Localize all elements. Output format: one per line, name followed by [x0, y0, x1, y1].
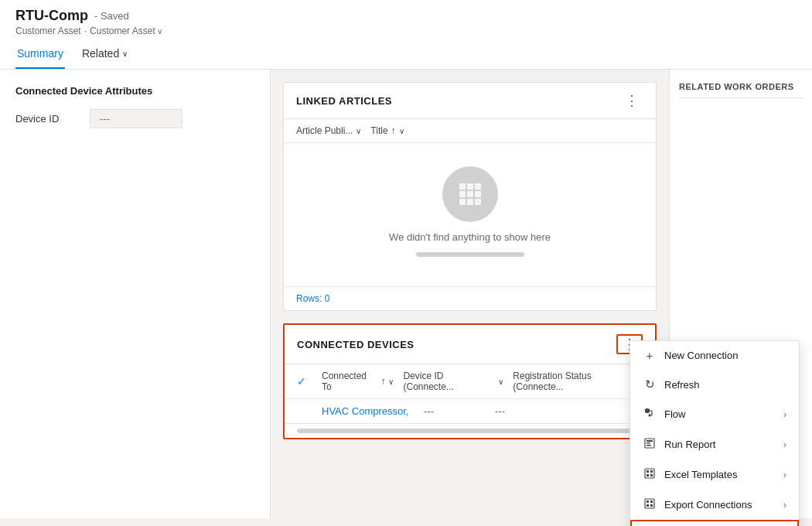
nav-tabs: Summary Related ∨ [15, 41, 797, 69]
run-report-icon [643, 437, 657, 452]
svg-rect-7 [467, 199, 473, 205]
device-dashes-2: --- [495, 405, 557, 417]
grid-svg [455, 179, 486, 210]
article-publi-col[interactable]: Article Publi... ∨ [296, 125, 361, 136]
connected-to-label: Connected To [322, 371, 377, 392]
svg-rect-11 [647, 440, 653, 442]
article-publi-label: Article Publi... [296, 125, 353, 136]
new-connection-label: New Connection [664, 350, 786, 361]
device-id-col-chevron: ∨ [498, 377, 503, 386]
svg-rect-14 [645, 469, 654, 478]
new-connection-menu-item[interactable]: + New Connection [630, 341, 799, 370]
svg-rect-12 [647, 442, 650, 444]
export-connections-icon [643, 497, 657, 512]
context-dropdown-menu: + New Connection ↻ Refresh Flow › Run Re… [629, 340, 800, 526]
check-icon: ✓ [297, 375, 306, 388]
title-col[interactable]: Title ↑ ∨ [370, 125, 404, 136]
registration-status-col[interactable]: Registration Status (Connecte... [513, 371, 643, 392]
scroll-bar [416, 252, 524, 257]
connected-devices-columns: ✓ Connected To ↑ ∨ Device ID (Connecte..… [285, 364, 655, 399]
svg-rect-13 [647, 445, 651, 446]
horizontal-scrollbar[interactable] [297, 429, 643, 433]
svg-rect-0 [459, 183, 466, 190]
tab-summary-label: Summary [17, 47, 63, 60]
excel-templates-icon [643, 467, 657, 482]
flow-icon [643, 407, 657, 422]
export-connections-menu-item[interactable]: Export Connections › [630, 490, 799, 520]
excel-templates-chevron-icon: › [783, 470, 786, 480]
refresh-menu-item[interactable]: ↻ Refresh [630, 370, 799, 399]
related-work-orders-title: RELATED WORK ORDERS [679, 82, 803, 91]
breadcrumb: Customer Asset · Customer Asset ∨ [15, 26, 797, 36]
article-publi-chevron: ∨ [356, 127, 361, 135]
center-panel: Linked Articles ⋮ Article Publi... ∨ Tit… [271, 70, 669, 518]
flow-menu-item[interactable]: Flow › [630, 399, 799, 429]
empty-grid-icon [442, 166, 498, 222]
breadcrumb-chevron-icon: ∨ [157, 27, 162, 36]
svg-point-9 [649, 415, 651, 417]
run-report-chevron-icon: › [783, 439, 786, 450]
device-id-col-label: Device ID (Connecte... [403, 371, 495, 392]
tab-related-label: Related [82, 47, 119, 60]
svg-rect-21 [650, 500, 653, 503]
title-label: Title [370, 125, 387, 136]
svg-rect-3 [459, 191, 466, 197]
device-data-row: HVAC Compressor, --- --- [285, 399, 655, 424]
run-report-label: Run Report [664, 439, 776, 450]
connected-to-col[interactable]: Connected To ↑ ∨ [322, 371, 394, 392]
excel-templates-label: Excel Templates [664, 469, 776, 480]
svg-rect-2 [475, 183, 481, 190]
flow-label: Flow [664, 408, 776, 420]
refresh-label: Refresh [664, 379, 786, 391]
breadcrumb-customer-asset-1[interactable]: Customer Asset [15, 26, 81, 36]
export-connections-chevron-icon: › [783, 500, 786, 511]
svg-rect-19 [645, 499, 654, 508]
see-associated-records-menu-item[interactable]: See associated records [630, 520, 799, 526]
saved-badge: - Saved [94, 10, 129, 22]
rows-count: Rows: 0 [284, 286, 656, 310]
flow-chevron-icon: › [783, 409, 786, 420]
linked-articles-title: Linked Articles [296, 95, 392, 107]
breadcrumb-second-label: Customer Asset [90, 26, 155, 36]
svg-rect-8 [475, 199, 481, 205]
excel-templates-menu-item[interactable]: Excel Templates › [630, 459, 799, 490]
svg-rect-16 [650, 470, 653, 473]
empty-state-text: We didn't find anything to show here [389, 231, 551, 243]
device-id-row: Device ID --- [15, 109, 254, 128]
connected-to-sort: ↑ [380, 376, 385, 387]
title-chevron: ∨ [399, 127, 404, 135]
registration-status-label: Registration Status (Connecte... [513, 371, 643, 392]
title-sort-icon: ↑ [391, 125, 396, 136]
tab-summary[interactable]: Summary [15, 41, 65, 69]
svg-rect-15 [647, 470, 649, 473]
linked-articles-kebab-button[interactable]: ⋮ [620, 92, 643, 109]
new-connection-icon: + [643, 349, 657, 362]
breadcrumb-customer-asset-2[interactable]: Customer Asset ∨ [90, 26, 162, 36]
refresh-icon: ↻ [643, 377, 657, 391]
connected-devices-header: CONNECTED DEVICES ⋮ [285, 325, 655, 364]
left-panel: Connected Device Attributes Device ID --… [0, 70, 271, 518]
device-dashes-1: --- [424, 405, 486, 417]
svg-rect-6 [459, 199, 466, 205]
connected-to-chevron: ∨ [388, 377, 394, 386]
export-connections-label: Export Connections [664, 499, 776, 511]
breadcrumb-dot: · [84, 26, 87, 36]
hvac-compressor-link[interactable]: HVAC Compressor, [322, 405, 415, 417]
check-col[interactable]: ✓ [297, 375, 312, 388]
svg-rect-1 [467, 183, 473, 190]
tab-related[interactable]: Related ∨ [80, 41, 129, 69]
svg-rect-5 [475, 191, 481, 197]
svg-rect-18 [650, 474, 653, 476]
connected-devices-card: CONNECTED DEVICES ⋮ ✓ Connected To ↑ ∨ D… [283, 323, 657, 439]
run-report-menu-item[interactable]: Run Report › [630, 429, 799, 459]
svg-rect-23 [650, 504, 653, 507]
svg-rect-20 [647, 500, 649, 503]
linked-articles-columns: Article Publi... ∨ Title ↑ ∨ [284, 119, 656, 143]
page-header: RTU-Comp - Saved Customer Asset · Custom… [0, 0, 812, 70]
svg-rect-17 [647, 474, 649, 476]
record-name: RTU-Comp [15, 8, 88, 24]
linked-articles-card: Linked Articles ⋮ Article Publi... ∨ Tit… [283, 82, 657, 311]
right-divider [679, 97, 803, 98]
linked-articles-header: Linked Articles ⋮ [284, 83, 656, 119]
device-id-col[interactable]: Device ID (Connecte... ∨ [403, 371, 503, 392]
